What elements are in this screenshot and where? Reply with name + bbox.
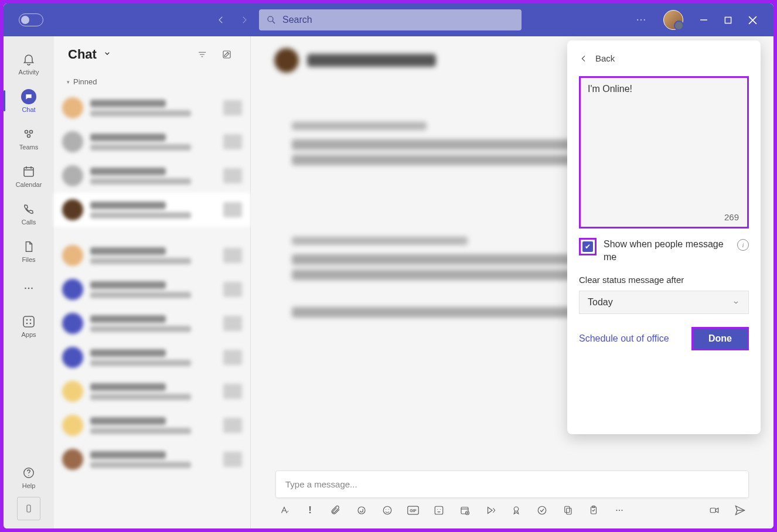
app-window: Activity Chat Teams Calendar Calls Files xyxy=(4,4,773,528)
ellipsis-icon xyxy=(21,281,36,296)
attach-button[interactable] xyxy=(329,504,342,517)
clear-after-dropdown[interactable]: Today xyxy=(579,291,749,314)
window-close-button[interactable] xyxy=(748,16,757,25)
priority-button[interactable]: ! xyxy=(304,504,316,517)
nav-back-button[interactable] xyxy=(216,15,226,25)
rail-activity[interactable]: Activity xyxy=(9,46,49,81)
rail-help[interactable]: Help xyxy=(9,459,49,495)
emoji-icon xyxy=(382,505,393,516)
help-icon xyxy=(21,465,36,480)
svg-point-38 xyxy=(437,509,438,510)
chat-list-dropdown[interactable] xyxy=(103,49,112,60)
more-options-button[interactable] xyxy=(635,14,647,26)
chat-list-item[interactable] xyxy=(54,272,250,306)
pinned-section[interactable]: ▾Pinned xyxy=(54,73,250,91)
search-input[interactable] xyxy=(282,15,514,25)
chat-list-item[interactable] xyxy=(54,442,250,476)
format-button[interactable] xyxy=(278,504,291,517)
svg-point-25 xyxy=(28,475,29,475)
status-message-field[interactable]: 269 xyxy=(579,76,749,229)
sticker-button[interactable] xyxy=(432,504,445,517)
attach-icon xyxy=(330,505,341,516)
back-button[interactable]: Back xyxy=(579,53,749,63)
schedule-ooo-link[interactable]: Schedule out of office xyxy=(579,333,669,344)
video-icon xyxy=(708,505,720,516)
status-message-panel: Back 269 ✔ Show when people message me i… xyxy=(567,40,761,434)
copy-button[interactable] xyxy=(561,504,574,517)
badge-icon xyxy=(511,505,522,516)
chat-list-item[interactable] xyxy=(54,374,250,408)
rail-teams[interactable]: Teams xyxy=(9,121,49,156)
svg-point-11 xyxy=(28,134,30,137)
calendar-icon xyxy=(21,164,36,179)
rail-calls[interactable]: Calls xyxy=(9,196,49,231)
chat-list-item[interactable] xyxy=(54,340,250,374)
chat-list-item[interactable] xyxy=(54,159,250,193)
svg-rect-37 xyxy=(435,506,443,514)
loop-icon xyxy=(356,505,367,516)
show-when-messaged-checkbox[interactable]: ✔ xyxy=(579,238,597,255)
stream-button[interactable] xyxy=(484,504,497,517)
stream-icon xyxy=(485,505,496,516)
profile-avatar[interactable] xyxy=(663,10,683,30)
svg-point-39 xyxy=(440,509,441,510)
rail-label: Calls xyxy=(22,219,36,226)
chat-list-item[interactable] xyxy=(54,125,250,159)
send-icon xyxy=(734,504,746,516)
title-bar xyxy=(4,4,773,36)
rail-files[interactable]: Files xyxy=(9,233,49,268)
send-button[interactable] xyxy=(734,504,747,517)
filter-button[interactable] xyxy=(193,45,212,64)
presence-toggle[interactable] xyxy=(19,13,43,26)
message-composer[interactable] xyxy=(275,470,749,498)
svg-point-17 xyxy=(28,288,30,289)
format-icon xyxy=(279,505,289,516)
chat-list-item[interactable] xyxy=(54,306,250,340)
gif-button[interactable]: GIF xyxy=(407,504,420,517)
svg-point-22 xyxy=(26,322,28,324)
chat-list-item[interactable] xyxy=(54,238,250,272)
svg-point-46 xyxy=(514,507,519,511)
schedule-button[interactable] xyxy=(458,504,471,517)
rail-label: Chat xyxy=(22,106,35,113)
nav-forward-button[interactable] xyxy=(239,15,250,25)
priority-icon: ! xyxy=(308,504,312,516)
svg-rect-48 xyxy=(565,506,570,513)
window-maximize-button[interactable] xyxy=(724,16,732,24)
rail-more[interactable] xyxy=(9,271,49,306)
rail-apps[interactable]: Apps xyxy=(9,308,49,343)
rail-calendar[interactable]: Calendar xyxy=(9,158,49,193)
window-minimize-button[interactable] xyxy=(700,16,708,24)
search-bar[interactable] xyxy=(259,9,522,30)
new-chat-button[interactable] xyxy=(217,45,236,64)
chat-list-item[interactable] xyxy=(54,91,250,125)
filter-icon xyxy=(197,49,207,60)
teams-icon xyxy=(21,127,36,142)
video-button[interactable] xyxy=(708,504,721,517)
emoji-button[interactable] xyxy=(381,504,394,517)
svg-marker-56 xyxy=(715,508,718,513)
clear-after-label: Clear status message after xyxy=(579,275,749,285)
tasks-button[interactable] xyxy=(587,504,600,517)
praise-button[interactable] xyxy=(510,504,523,517)
info-icon[interactable]: i xyxy=(737,239,749,251)
gif-icon: GIF xyxy=(407,505,419,516)
char-count: 269 xyxy=(724,212,739,222)
rail-chat[interactable]: Chat xyxy=(9,83,49,118)
copy-icon xyxy=(563,505,573,516)
chat-list-item[interactable] xyxy=(54,193,250,227)
loop-button[interactable] xyxy=(355,504,368,517)
chat-list-pane: Chat ▾Pinned xyxy=(54,36,251,528)
done-button[interactable]: Done xyxy=(691,327,749,350)
rail-device-button[interactable] xyxy=(17,497,40,520)
sticker-icon xyxy=(434,505,444,516)
apps-icon xyxy=(21,314,36,329)
svg-point-33 xyxy=(386,509,386,510)
approve-button[interactable] xyxy=(536,504,548,517)
svg-point-10 xyxy=(30,130,33,133)
message-input[interactable] xyxy=(276,471,748,497)
chat-list-item[interactable] xyxy=(54,408,250,442)
composer-more-button[interactable] xyxy=(613,504,626,517)
status-message-input[interactable] xyxy=(588,84,740,207)
svg-marker-45 xyxy=(488,507,493,514)
